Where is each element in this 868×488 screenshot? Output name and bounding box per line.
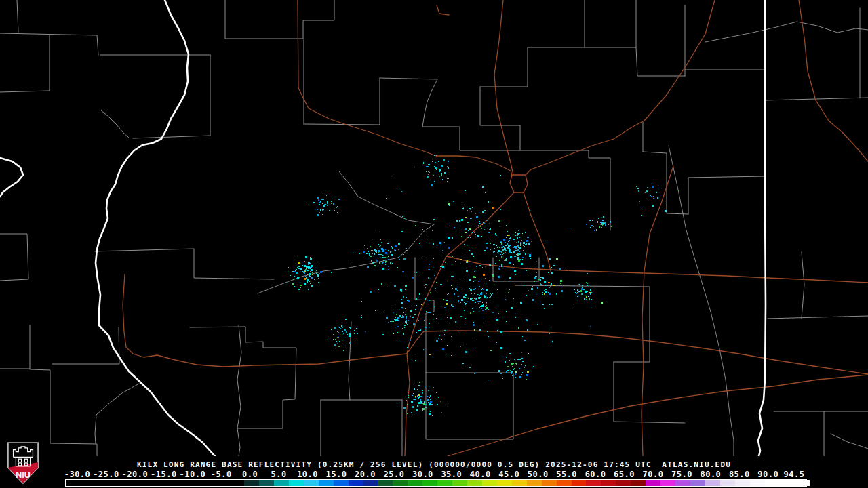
radar-echo-pixel [345,319,347,320]
radar-echo-pixel [587,291,589,291]
radar-echo-pixel [436,155,437,156]
radar-echo-pixel [464,310,465,311]
radar-echo-pixel [486,298,486,299]
radar-echo-pixel [331,203,332,204]
radar-echo-pixel [416,406,416,407]
radar-echo-pixel [514,247,515,248]
radar-echo-pixel [429,397,430,398]
radar-echo-pixel [303,272,304,273]
radar-echo-pixel [302,269,302,270]
radar-echo-pixel [432,415,433,416]
radar-echo-pixel [548,292,549,293]
radar-echo-pixel [439,171,440,172]
colorbar-segment [482,480,498,486]
radar-echo-pixel [429,300,430,301]
radar-echo-pixel [436,392,437,393]
county-boundary [95,384,139,443]
radar-echo-pixel [586,302,587,302]
radar-echo-pixel [401,231,403,232]
radar-echo-pixel [486,295,486,296]
radar-echo-pixel [479,295,480,296]
radar-echo-pixel [547,242,547,243]
radar-echo-pixel [376,252,377,253]
radar-echo-pixel [477,279,477,279]
radar-echo-pixel [481,292,482,293]
radar-echo-pixel [414,409,414,410]
radar-echo-pixel [479,212,479,213]
radar-echo-pixel [431,177,431,178]
radar-echo-pixel [372,247,373,247]
radar-echo-pixel [343,333,344,334]
radar-echo-pixel [476,299,477,300]
radar-echo-pixel [586,296,587,297]
radar-echo-pixel [484,295,485,296]
radar-echo-pixel [507,247,507,247]
radar-echo-pixel [490,298,491,298]
radar-echo-pixel [349,333,349,334]
radar-echo-pixel [450,323,450,324]
radar-echo-pixel [516,364,517,365]
radar-echo-pixel [429,323,430,324]
radar-echo-pixel [658,188,658,189]
radar-echo-pixel [427,396,428,397]
radar-echo-pixel [488,232,490,233]
radar-echo-pixel [477,301,479,302]
radar-echo-pixel [408,330,408,331]
radar-echo-pixel [482,267,483,268]
radar-echo-pixel [646,190,647,190]
radar-map [0,0,868,456]
radar-echo-pixel [580,289,580,290]
radar-echo-pixel [454,235,454,236]
radar-echo-pixel [374,265,376,266]
radar-echo-pixel [518,258,519,259]
radar-echo-pixel [411,361,412,361]
radar-echo-pixel [372,250,373,251]
radar-echo-pixel [581,288,583,290]
radar-echo-pixel [308,264,309,265]
radar-echo-pixel [310,267,311,268]
radar-echo-pixel [465,351,467,353]
radar-echo-pixel [416,305,417,306]
radar-echo-pixel [423,403,425,405]
radar-echo-pixel [425,284,427,285]
county-boundary [0,33,97,35]
radar-echo-pixel [430,279,431,279]
county-boundary [0,35,50,92]
radar-echo-pixel [598,226,599,226]
radar-echo-pixel [349,333,351,334]
radar-echo-pixel [467,260,468,262]
radar-echo-pixel [438,396,439,397]
radar-echo-pixel [500,209,501,210]
radar-echo-pixel [333,339,334,340]
radar-echo-pixel [519,239,520,239]
radar-echo-pixel [385,260,386,260]
radar-echo-pixel [525,232,526,233]
radar-echo-pixel [591,292,592,293]
radar-echo-pixel [343,333,344,333]
radar-echo-pixel [452,256,453,257]
radar-echo-pixel [403,407,406,409]
radar-echo-pixel [479,265,481,266]
scale-tick-label: 20.0 [355,470,376,479]
radar-echo-pixel [430,182,431,182]
radar-echo-pixel [515,371,517,373]
radar-echo-pixel [386,317,388,319]
radar-echo-pixel [506,311,507,312]
radar-echo-pixel [525,365,526,366]
radar-echo-pixel [511,363,513,365]
radar-echo-pixel [332,341,332,342]
radar-echo-pixel [591,225,593,226]
radar-echo-pixel [543,285,544,285]
radar-echo-pixel [378,243,378,244]
county-boundary [17,0,18,32]
radar-echo-pixel [521,352,522,353]
radar-echo-pixel [408,395,409,396]
radar-echo-pixel [418,297,418,298]
radar-echo-pixel [492,293,493,294]
radar-echo-pixel [593,220,593,220]
radar-echo-pixel [422,390,422,391]
radar-echo-pixel [306,266,307,266]
radar-echo-pixel [502,357,502,357]
radar-echo-pixel [500,223,500,224]
radar-echo-pixel [378,289,379,290]
